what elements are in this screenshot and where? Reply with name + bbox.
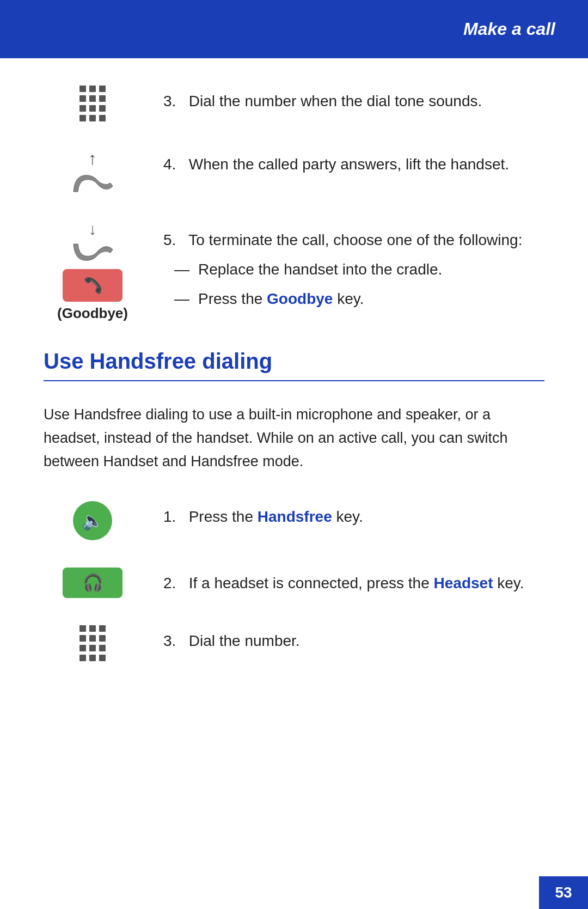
handset-up-container: ↑: [68, 149, 117, 197]
handset-svg: [68, 171, 117, 197]
keypad-icon-step3: [44, 86, 142, 121]
headset-icon: 🎧: [83, 573, 103, 592]
handset-up-icon: ↑: [44, 149, 142, 197]
hf-step-3-content: Dial the number.: [189, 632, 300, 649]
content-area: 3. Dial the number when the dial tone so…: [0, 58, 588, 909]
hf-step-1-row: 🔈 1. Press the Handsfree key.: [44, 501, 544, 540]
handsfree-key-link: Handsfree: [258, 508, 332, 525]
step-4-text: 4. When the called party answers, lift t…: [163, 149, 544, 176]
header-bar: Make a call: [0, 0, 588, 58]
headset-key-link: Headset: [434, 575, 493, 591]
hf-step-3-label: 3.: [163, 632, 176, 649]
headset-btn-icon: 🎧: [44, 568, 142, 598]
page-number: 53: [539, 876, 588, 909]
handset-down-svg: [68, 239, 117, 265]
headset-button: 🎧: [63, 568, 122, 598]
dash-1: —: [174, 258, 189, 281]
arrow-up-icon: ↑: [88, 149, 97, 169]
step-3-label: 3.: [163, 93, 176, 109]
goodbye-button-icon: 📞: [63, 269, 122, 302]
section2-description: Use Handsfree dialing to use a built-in …: [44, 403, 544, 474]
step-4-label: 4.: [163, 156, 176, 173]
phone-icon: 📞: [83, 277, 102, 295]
section2-heading: Use Handsfree dialing: [44, 349, 544, 381]
sub-bullet-1: — Replace the handset into the cradle.: [174, 258, 544, 281]
keypad-grid-hf3: [79, 625, 106, 661]
arrow-down-icon: ↓: [89, 220, 97, 239]
hf-step-2-row: 🎧 2. If a headset is connected, press th…: [44, 568, 544, 598]
step-3-row: 3. Dial the number when the dial tone so…: [44, 86, 544, 121]
dash-2: —: [174, 288, 189, 310]
keypad-icon-step-hf3: [44, 625, 142, 661]
step-5-label: 5.: [163, 231, 176, 248]
hf-step-2-text: 2. If a headset is connected, press the …: [163, 568, 544, 595]
step-5-content: To terminate the call, choose one of the…: [188, 231, 522, 248]
goodbye-key-link: Goodbye: [267, 290, 333, 307]
hf-step-2-label: 2.: [163, 575, 176, 591]
keypad-grid: [79, 86, 106, 121]
goodbye-label: (Goodbye): [57, 305, 128, 322]
goodbye-icon-container: ↓ 📞 (Goodbye): [44, 224, 142, 322]
sub-bullet-2: — Press the Goodbye key.: [174, 288, 544, 310]
handsfree-btn-icon: 🔈: [44, 501, 142, 540]
sub-bullet-1-text: Replace the handset into the cradle.: [198, 258, 442, 281]
step-4-row: ↑ 4. When the called party answers, lift…: [44, 149, 544, 197]
hf-step-3-text: 3. Dial the number.: [163, 625, 544, 652]
hf-step-1-text: 1. Press the Handsfree key.: [163, 501, 544, 528]
step-4-content: When the called party answers, lift the …: [189, 156, 509, 173]
step-3-text: 3. Dial the number when the dial tone so…: [163, 86, 544, 113]
step-5-text: 5. To terminate the call, choose one of …: [163, 224, 544, 315]
hf-step-3-row: 3. Dial the number.: [44, 625, 544, 661]
step-3-content: Dial the number when the dial tone sound…: [189, 93, 482, 109]
handsfree-button: 🔈: [73, 501, 112, 540]
page-title: Make a call: [463, 19, 555, 39]
hf-step-1-label: 1.: [163, 508, 176, 525]
step-5-row: ↓ 📞 (Goodbye) 5. To terminate the call, …: [44, 224, 544, 322]
speaker-icon: 🔈: [82, 510, 103, 531]
sub-bullet-2-text: Press the Goodbye key.: [198, 288, 364, 310]
